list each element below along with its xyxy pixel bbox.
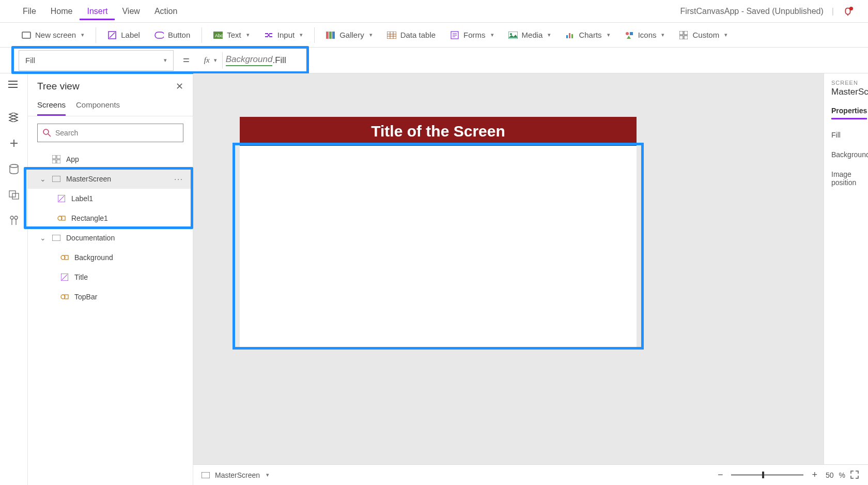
svg-text:Abc: Abc [215,33,223,38]
screen-title-bar[interactable]: Title of the Screen [240,117,637,146]
label-icon [60,272,69,282]
text-button[interactable]: Abc Text▾ [207,27,256,43]
svg-rect-7 [155,32,164,38]
zoom-in-button[interactable]: + [809,469,820,480]
rail-data[interactable] [7,162,21,176]
property-selector[interactable]: Fill ▾ [19,50,174,71]
svg-rect-37 [684,36,688,39]
canvas-area[interactable]: Title of the Screen [193,73,824,485]
chevron-down-icon: ▾ [607,32,610,38]
icons-button[interactable]: Icons▾ [618,27,671,43]
search-input[interactable] [55,129,178,137]
tree-node-app[interactable]: App [28,149,193,169]
gallery-button[interactable]: Gallery▾ [320,27,379,43]
svg-point-44 [14,216,18,219]
icons-icon [625,31,634,40]
screen-canvas[interactable]: Title of the Screen [240,117,637,347]
chevron-down-icon[interactable]: ⌄ [39,175,47,183]
shape-icon [60,292,69,301]
svg-rect-36 [679,36,683,39]
tab-components[interactable]: Components [76,100,120,116]
custom-icon [679,31,688,40]
svg-line-48 [48,134,51,137]
menu-action[interactable]: Action [147,3,184,20]
zoom-out-button[interactable]: − [715,469,726,480]
media-icon [508,31,518,40]
props-element-name: MasterScreen [831,87,868,97]
health-icon[interactable] [842,6,853,17]
svg-rect-17 [332,32,335,39]
label-icon [57,194,66,203]
svg-point-3 [849,6,853,10]
data-table-button[interactable]: Data table [381,27,442,43]
tree-view-pane: Tree view ✕ Screens Components App ⌄ Mas… [28,73,193,485]
chevron-down-icon: ▾ [164,57,167,64]
svg-rect-51 [52,160,56,163]
tree-node-rectangle1[interactable]: Rectangle1 [28,208,193,228]
rail-tools[interactable] [7,214,21,228]
properties-pane: SCREEN MasterScreen Properties Fill Back… [824,73,868,485]
tree-node-background[interactable]: Background [28,248,193,267]
svg-point-28 [510,33,512,35]
formula-input[interactable]: Background.Fill [223,54,311,66]
label-button[interactable]: Label [101,27,146,43]
tree-node-documentation[interactable]: ⌄ Documentation [28,228,193,248]
new-screen-button[interactable]: New screen▾ [16,27,90,43]
tab-properties[interactable]: Properties [831,107,867,119]
svg-rect-35 [684,31,688,35]
media-button[interactable]: Media▾ [502,27,557,43]
svg-rect-50 [57,155,60,159]
rail-insert[interactable] [7,137,21,150]
fit-to-window-icon[interactable] [850,471,860,480]
chevron-down-icon[interactable]: ▾ [266,472,269,478]
chevron-down-icon: ▾ [369,32,373,38]
svg-rect-65 [202,472,210,478]
gallery-icon [326,31,335,40]
tree-node-masterscreen[interactable]: ⌄ MasterScreen ··· [28,169,193,189]
tree-node-label1[interactable]: Label1 [28,189,193,208]
prop-background[interactable]: Background [831,150,868,159]
custom-button[interactable]: Custom▾ [673,27,734,43]
hamburger-icon[interactable] [8,81,18,88]
svg-rect-52 [57,160,60,163]
app-title: FirstCanvasApp - Saved (Unpublished) [680,7,823,16]
svg-line-6 [110,33,115,38]
tree-node-topbar[interactable]: TopBar [28,287,193,307]
close-icon[interactable]: ✕ [176,81,183,92]
forms-button[interactable]: Forms▾ [444,27,500,43]
svg-point-43 [10,216,13,219]
tab-screens[interactable]: Screens [37,100,66,116]
menu-file[interactable]: File [16,3,43,20]
svg-line-62 [62,275,67,280]
equals-sign: = [174,54,199,67]
chevron-down-icon: ▾ [81,32,84,38]
status-screen-name[interactable]: MasterScreen [215,471,260,479]
rail-tree-view[interactable] [7,111,21,124]
menu-home[interactable]: Home [43,3,80,20]
more-icon[interactable]: ··· [174,175,183,183]
chevron-down-icon: ▾ [548,32,551,38]
svg-point-14 [268,34,270,36]
prop-fill[interactable]: Fill [831,131,868,139]
menu-insert[interactable]: Insert [80,3,115,20]
screen-icon [52,174,61,184]
prop-image-position[interactable]: Image position [831,170,868,187]
shape-icon [60,253,69,262]
svg-rect-49 [52,155,56,159]
chevron-down-icon[interactable]: ⌄ [39,234,47,242]
rail-media[interactable] [7,188,21,202]
fx-button[interactable]: fx▾ [199,56,222,65]
search-box[interactable] [37,124,183,142]
ribbon: New screen▾ Label Button Abc Text▾ Input… [0,23,868,48]
zoom-slider[interactable] [731,474,803,476]
charts-icon [565,31,575,40]
charts-button[interactable]: Charts▾ [559,27,616,43]
input-button[interactable]: Input▾ [258,27,309,43]
menu-view[interactable]: View [115,3,147,20]
button-button[interactable]: Button [148,27,196,43]
tree-node-title[interactable]: Title [28,267,193,287]
props-section-label: SCREEN [831,80,868,86]
tree-title: Tree view [37,81,80,92]
svg-point-47 [43,129,49,134]
status-bar: MasterScreen ▾ − + 50 % [193,464,868,485]
